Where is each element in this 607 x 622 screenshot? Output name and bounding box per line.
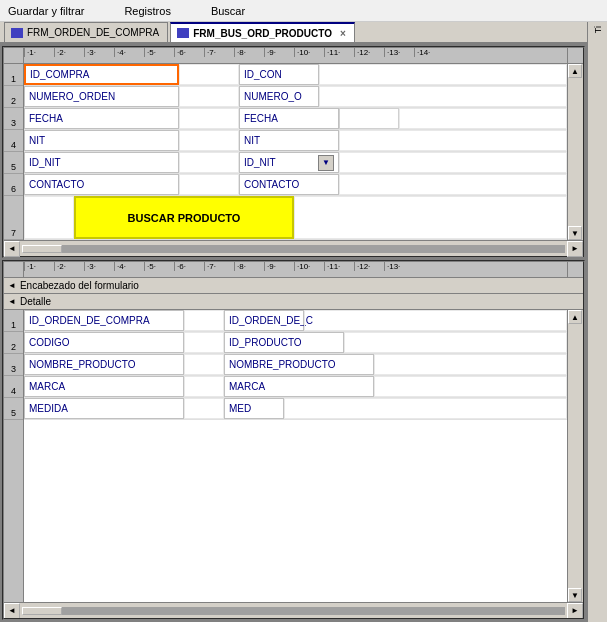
- bottom-row-3: NOMBRE_PRODUCTO NOMBRE_PRODUCTO: [24, 354, 567, 376]
- section-detalle[interactable]: ◄ Detalle: [4, 294, 583, 310]
- form-row-1: ID_COMPRA ID_CON: [24, 64, 567, 86]
- scroll-right-btn[interactable]: ►: [567, 241, 583, 257]
- dropdown-arrow-id-nit[interactable]: ▼: [318, 155, 334, 171]
- spacer-6a: [179, 174, 239, 195]
- spacer-b3b: [374, 354, 567, 375]
- bottom-form-rows: 1 2 3 4 5 ID_ORDEN_DE_COMPRA ID_ORDEN_DE…: [4, 310, 583, 602]
- tab-label-1: FRM_ORDEN_DE_COMPRA: [27, 27, 159, 38]
- spacer-7b: [294, 196, 567, 239]
- scroll-right-bottom[interactable]: ►: [567, 603, 583, 619]
- scroll-left-bottom[interactable]: ◄: [4, 603, 20, 619]
- menu-bar: Guardar y filtrar Registros Buscar: [0, 0, 607, 22]
- spacer-2a: [179, 86, 239, 107]
- field-id-producto[interactable]: ID_PRODUCTO: [224, 332, 344, 353]
- field-id-compra[interactable]: ID_COMPRA: [24, 64, 179, 85]
- spacer-4b: [339, 130, 567, 151]
- field-fecha-l[interactable]: FECHA: [24, 108, 179, 129]
- spacer-3a: [179, 108, 239, 129]
- form-row-3: FECHA FECHA: [24, 108, 567, 130]
- spacer-7a: [24, 196, 74, 239]
- field-id-con[interactable]: ID_CON: [239, 64, 319, 85]
- spacer-3b: [399, 108, 567, 129]
- field-fecha-r[interactable]: FECHA: [239, 108, 339, 129]
- field-contacto-l[interactable]: CONTACTO: [24, 174, 179, 195]
- bottom-row-2: CODIGO ID_PRODUCTO: [24, 332, 567, 354]
- hscroll-top[interactable]: ◄ ►: [4, 240, 583, 256]
- spacer-6b: [339, 174, 567, 195]
- field-medida-l[interactable]: MEDIDA: [24, 398, 184, 419]
- bottom-form-panel: ·1· ·2· ·3· ·4· ·5· ·6· ·7· ·8· ·9· ·10·…: [2, 260, 585, 620]
- buscar-producto-button[interactable]: BUSCAR PRODUCTO: [74, 196, 294, 239]
- field-id-nit-r[interactable]: ID_NIT ▼: [239, 152, 339, 173]
- menu-registros[interactable]: Registros: [124, 5, 170, 17]
- hscroll-bottom[interactable]: ◄ ►: [4, 602, 583, 618]
- app-container: Guardar y filtrar Registros Buscar FRM_O…: [0, 0, 607, 622]
- field-nombre-producto-r[interactable]: NOMBRE_PRODUCTO: [224, 354, 374, 375]
- collapse-detalle-icon[interactable]: ◄: [8, 297, 16, 306]
- bottom-row-1: ID_ORDEN_DE_COMPRA ID_ORDEN_DE_C: [24, 310, 567, 332]
- field-numero-o[interactable]: NUMERO_O: [239, 86, 319, 107]
- spacer-4a: [179, 130, 239, 151]
- field-medida-r[interactable]: MED: [224, 398, 284, 419]
- menu-guardar[interactable]: Guardar y filtrar: [8, 5, 84, 17]
- section-detalle-label: Detalle: [20, 296, 51, 307]
- field-nombre-producto-l[interactable]: NOMBRE_PRODUCTO: [24, 354, 184, 375]
- scroll-left-btn[interactable]: ◄: [4, 241, 20, 257]
- field-marca-r[interactable]: MARCA: [224, 376, 374, 397]
- top-form-rows: 1 2 3 4 5 6 7 ID_COMPRA I: [4, 64, 583, 240]
- section-encabezado[interactable]: ◄ Encabezado del formulario: [4, 278, 583, 294]
- form-row-4: NIT NIT: [24, 130, 567, 152]
- top-form-fields: ID_COMPRA ID_CON NUMERO_ORDEN NUMERO_O: [24, 64, 567, 240]
- field-id-nit-l[interactable]: ID_NIT: [24, 152, 179, 173]
- tab-frm-orden[interactable]: FRM_ORDEN_DE_COMPRA: [4, 22, 168, 42]
- vscroll-bottom[interactable]: ▲ ▼: [567, 310, 583, 602]
- top-ruler: ·1· ·2· ·3· ·4· ·5· ·6· ·7· ·8· ·9· ·10·…: [4, 48, 583, 64]
- field-numero-orden[interactable]: NUMERO_ORDEN: [24, 86, 179, 107]
- spacer-b1a: [184, 310, 224, 331]
- tab-label-2: FRM_BUS_ORD_PRODUCTO: [193, 28, 332, 39]
- form-row-6: CONTACTO CONTACTO: [24, 174, 567, 196]
- field-fecha-ext: [339, 108, 399, 129]
- field-contacto-r[interactable]: CONTACTO: [239, 174, 339, 195]
- menu-buscar[interactable]: Buscar: [211, 5, 245, 17]
- spacer-b4b: [374, 376, 567, 397]
- tab-icon-1: [11, 28, 23, 38]
- spacer-5a: [179, 152, 239, 173]
- tab-close[interactable]: ×: [340, 28, 346, 39]
- tab-icon-2: [177, 28, 189, 38]
- bottom-ruler: ·1· ·2· ·3· ·4· ·5· ·6· ·7· ·8· ·9· ·10·…: [4, 262, 583, 278]
- field-marca-l[interactable]: MARCA: [24, 376, 184, 397]
- collapse-encabezado-icon[interactable]: ◄: [8, 281, 16, 290]
- spacer-b3a: [184, 354, 224, 375]
- field-nit-l[interactable]: NIT: [24, 130, 179, 151]
- form-row-2: NUMERO_ORDEN NUMERO_O: [24, 86, 567, 108]
- tab-bar: FRM_ORDEN_DE_COMPRA FRM_BUS_ORD_PRODUCTO…: [0, 22, 587, 44]
- vscroll-top[interactable]: ▲ ▼: [567, 64, 583, 240]
- tab-frm-bus[interactable]: FRM_BUS_ORD_PRODUCTO ×: [170, 22, 355, 42]
- bottom-row-4: MARCA MARCA: [24, 376, 567, 398]
- spacer-b5b: [284, 398, 567, 419]
- spacer-1a: [179, 64, 239, 85]
- field-nit-r[interactable]: NIT: [239, 130, 339, 151]
- content-area: FRM_ORDEN_DE_COMPRA FRM_BUS_ORD_PRODUCTO…: [0, 22, 587, 622]
- left-ruler-bottom: 1 2 3 4 5: [4, 310, 24, 602]
- form-row-7: BUSCAR PRODUCTO: [24, 196, 567, 240]
- bottom-row-5: MEDIDA MED: [24, 398, 567, 420]
- form-row-5: ID_NIT ID_NIT ▼: [24, 152, 567, 174]
- field-id-orden[interactable]: ID_ORDEN_DE_COMPRA: [24, 310, 184, 331]
- spacer-5b: [339, 152, 567, 173]
- spacer-b1b: [304, 310, 567, 331]
- top-form-panel: ·1· ·2· ·3· ·4· ·5· ·6· ·7· ·8· ·9· ·10·…: [2, 46, 585, 258]
- spacer-b2b: [344, 332, 567, 353]
- section-encabezado-label: Encabezado del formulario: [20, 280, 139, 291]
- right-side-panel: Ti: [587, 22, 607, 622]
- spacer-1b: [319, 64, 567, 85]
- bottom-form-fields: ID_ORDEN_DE_COMPRA ID_ORDEN_DE_C CODIGO …: [24, 310, 567, 602]
- field-codigo[interactable]: CODIGO: [24, 332, 184, 353]
- right-panel-label: Ti: [593, 26, 603, 33]
- spacer-b4a: [184, 376, 224, 397]
- field-id-orden-r[interactable]: ID_ORDEN_DE_C: [224, 310, 304, 331]
- spacer-b5a: [184, 398, 224, 419]
- spacer-b2a: [184, 332, 224, 353]
- main-area: FRM_ORDEN_DE_COMPRA FRM_BUS_ORD_PRODUCTO…: [0, 22, 607, 622]
